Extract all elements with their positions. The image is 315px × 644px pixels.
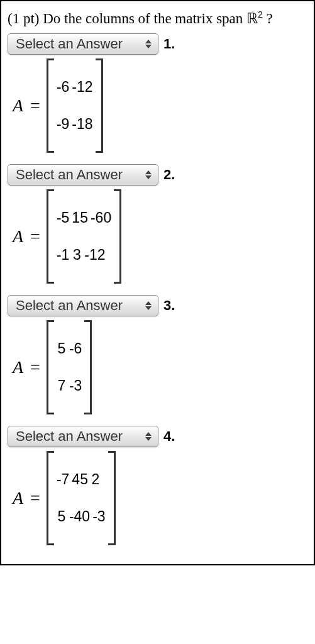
item-number: 1. [163,36,175,52]
matrix-cell: -9 [55,116,70,133]
bracket-right [114,189,121,284]
updown-icon [145,170,152,179]
matrix-cell: -18 [70,116,94,133]
bracket-left [47,320,54,414]
matrix-cell: 7 [55,377,68,394]
matrix-cell: -3 [91,508,106,525]
matrix-cell: 45 [70,471,89,488]
matrix-cell: -6 [55,79,70,96]
select-row: Select an Answer 4. [8,426,307,447]
matrix: -74525-40-3 [47,451,116,545]
bracket-left [47,189,54,284]
select-row: Select an Answer 1. [8,33,307,55]
select-label: Select an Answer [16,428,123,445]
matrix-equation: A = -74525-40-3 [13,451,307,545]
matrix-equation: A = 5-67-3 [13,320,307,414]
matrix-cell: -40 [68,508,91,525]
a-equals: A = [13,96,40,116]
matrix-body: -6-12-9-18 [54,58,96,153]
matrix-cell: 5 [55,340,68,357]
bracket-right [108,451,116,545]
updown-icon [145,301,152,310]
bracket-left [47,451,54,545]
matrix-cell: 2 [89,471,102,488]
matrix-cell: -12 [83,247,106,264]
matrix-cell: -5 [55,209,70,226]
matrix: -6-12-9-18 [47,58,103,153]
item-number: 4. [163,428,175,445]
matrix-row: -13-12 [55,247,113,264]
bracket-left [47,58,54,153]
matrix-cell: 5 [55,508,68,525]
answer-select[interactable]: Select an Answer [8,295,158,316]
bracket-right [96,58,103,153]
select-row: Select an Answer 3. [8,295,307,316]
select-row: Select an Answer 2. [8,164,307,186]
answer-select[interactable]: Select an Answer [8,164,158,186]
matrix-cell: -7 [55,471,70,488]
question-text: (1 pt) Do the columns of the matrix span… [8,9,307,28]
matrix-body: 5-67-3 [54,320,84,414]
matrix: 5-67-3 [47,320,92,414]
a-equals: A = [13,488,40,508]
matrix-equation: A = -6-12-9-18 [13,58,307,153]
a-equals: A = [13,226,40,247]
answer-select[interactable]: Select an Answer [8,33,158,55]
problem-block: Select an Answer 1. A = -6-12-9-18 [8,33,307,153]
matrix-row: -6-12 [55,79,94,96]
matrix: -515-60-13-12 [47,189,121,284]
matrix-cell: 15 [70,209,89,226]
select-label: Select an Answer [16,297,123,314]
select-label: Select an Answer [16,36,123,52]
matrix-cell: -1 [55,247,70,264]
matrix-row: -515-60 [55,209,113,226]
matrix-row: 5-6 [55,340,83,357]
matrix-cell: -60 [89,209,113,226]
matrix-cell: -3 [68,377,83,394]
question-prefix: (1 pt) Do the columns of the matrix span [8,11,246,26]
select-label: Select an Answer [16,167,123,183]
matrix-row: -9-18 [55,116,94,133]
item-number: 3. [163,297,175,314]
answer-select[interactable]: Select an Answer [8,426,158,447]
matrix-body: -74525-40-3 [54,451,108,545]
problem-block: Select an Answer 2. A = -515-60-13-12 [8,164,307,284]
problem-block: Select an Answer 3. A = 5-67-3 [8,295,307,414]
matrix-equation: A = -515-60-13-12 [13,189,307,284]
matrix-cell: -12 [70,79,94,96]
problem-block: Select an Answer 4. A = -74525-40-3 [8,426,307,545]
question-suffix: ? [263,11,273,26]
matrix-row: 5-40-3 [55,508,107,525]
updown-icon [145,432,152,441]
item-number: 2. [163,167,175,183]
space-symbol: ℝ2 [246,10,263,26]
matrix-cell: 3 [70,247,83,264]
a-equals: A = [13,357,40,377]
matrix-row: -7452 [55,471,107,488]
matrix-cell: -6 [68,340,83,357]
bracket-right [84,320,92,414]
updown-icon [145,40,152,48]
matrix-body: -515-60-13-12 [54,189,114,284]
matrix-row: 7-3 [55,377,83,394]
